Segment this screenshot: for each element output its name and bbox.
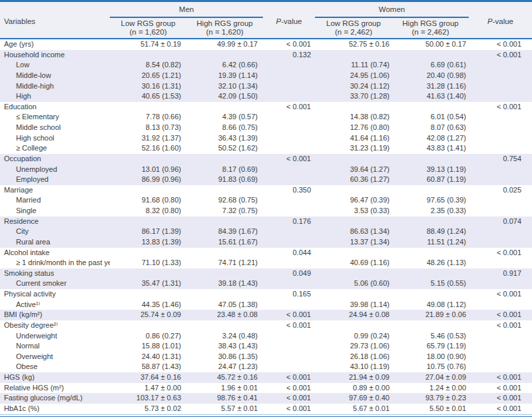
- value-cell: 24.94 ± 0.08: [315, 310, 392, 320]
- value-cell: 93.79 ± 0.23: [392, 393, 469, 404]
- value-cell: 97.65 (0.39): [392, 195, 469, 206]
- value-cell: 0.917: [469, 268, 532, 279]
- value-cell: 71.10 (1.33): [110, 258, 186, 268]
- women-group-label: Women: [379, 5, 405, 13]
- value-cell: [263, 143, 315, 154]
- variable-label: BMI (kg/m²): [0, 310, 110, 320]
- value-cell: 39.13 (1.19): [392, 165, 469, 175]
- value-cell: 6.01 (0.54): [392, 112, 469, 123]
- subgroup-label: High RGS group: [392, 19, 469, 29]
- value-cell: [315, 248, 392, 258]
- value-cell: 51.74 ± 0.19: [110, 39, 186, 50]
- value-cell: 4.39 (0.57): [186, 112, 263, 123]
- value-cell: [392, 50, 469, 61]
- variable-label: Employed: [0, 175, 110, 185]
- value-cell: 96.47 (0.39): [315, 195, 392, 206]
- table-row: ≤ Elementary7.78 (0.66)4.39 (0.57)14.38 …: [0, 112, 532, 123]
- table-row: City86.17 (1.39)84.39 (1.67)86.63 (1.34)…: [0, 226, 532, 237]
- table-row: Current smoker35.47 (1.31)39.18 (1.43)5.…: [0, 278, 532, 289]
- variable-label: Physical activity: [0, 289, 110, 300]
- table-row: Physical activity0.165< 0.001: [0, 289, 532, 300]
- value-cell: [110, 216, 186, 227]
- value-cell: [469, 71, 532, 81]
- value-cell: 0.165: [263, 289, 315, 300]
- variable-label: Fasting glucose (mg/dL): [0, 393, 110, 404]
- value-cell: [263, 341, 315, 352]
- value-cell: [392, 216, 469, 227]
- value-cell: [263, 60, 315, 71]
- table-row: Obesity degree²⁾< 0.001< 0.001: [0, 320, 532, 331]
- value-cell: 24.47 (1.23): [186, 362, 263, 372]
- value-cell: [392, 268, 469, 279]
- value-cell: 0.86 (0.27): [110, 331, 186, 342]
- table-row: Age (yrs)51.74 ± 0.1949.99 ± 0.17< 0.001…: [0, 39, 532, 50]
- variable-label: Obesity degree²⁾: [0, 320, 110, 331]
- table-row: Normal15.88 (1.01)38.43 (1.43)29.73 (1.0…: [0, 341, 532, 352]
- variable-label: Overweight: [0, 352, 110, 362]
- value-cell: 65.79 (1.19): [392, 341, 469, 352]
- value-cell: < 0.001: [469, 393, 532, 404]
- value-cell: 6.42 (0.66): [186, 60, 263, 71]
- column-header-pvalue-men: P-value: [263, 1, 315, 39]
- table-row: Underweight0.86 (0.27)3.24 (0.48)0.99 (0…: [0, 331, 532, 342]
- value-cell: [392, 289, 469, 300]
- value-cell: [469, 226, 532, 237]
- value-cell: < 0.001: [469, 248, 532, 258]
- value-cell: 92.68 (0.75): [186, 195, 263, 206]
- value-cell: 31.28 (1.16): [392, 81, 469, 92]
- value-cell: [469, 278, 532, 289]
- value-cell: 0.754: [469, 154, 532, 165]
- value-cell: [263, 123, 315, 133]
- value-cell: 88.49 (1.24): [392, 226, 469, 237]
- value-cell: [110, 248, 186, 258]
- value-cell: < 0.001: [469, 289, 532, 300]
- value-cell: [263, 300, 315, 310]
- value-cell: < 0.001: [469, 383, 532, 394]
- value-cell: [263, 91, 315, 102]
- table-body: Age (yrs)51.74 ± 0.1949.99 ± 0.17< 0.001…: [0, 39, 532, 414]
- variable-label: ≥ College: [0, 143, 110, 154]
- variable-label: Relative HGS (m²): [0, 383, 110, 394]
- value-cell: [263, 352, 315, 362]
- value-cell: [186, 102, 263, 113]
- value-cell: 13.01 (0.96): [110, 165, 186, 175]
- variable-label: Occupation: [0, 154, 110, 165]
- table-row: HGS (kg)37.64 ± 0.1645.72 ± 0.16< 0.0012…: [0, 372, 532, 383]
- value-cell: [469, 258, 532, 268]
- value-cell: [469, 165, 532, 175]
- men-group-label: Men: [179, 5, 194, 13]
- value-cell: 5.67 ± 0.01: [315, 404, 392, 414]
- value-cell: [110, 320, 186, 331]
- value-cell: 11.11 (0.74): [315, 60, 392, 71]
- value-cell: 23.48 ± 0.08: [186, 310, 263, 320]
- value-cell: 43.83 (1.41): [392, 143, 469, 154]
- value-cell: 48.26 (1.13): [392, 258, 469, 268]
- value-cell: 86.17 (1.39): [110, 226, 186, 237]
- variables-label: Variables: [4, 17, 35, 25]
- subgroup-n: (n = 2,462): [315, 28, 392, 37]
- table-row: ≥ 1 drink/month in the past year71.10 (1…: [0, 258, 532, 268]
- value-cell: [263, 81, 315, 92]
- value-cell: [110, 102, 186, 113]
- variable-label: Residence: [0, 216, 110, 227]
- value-cell: 0.99 (0.24): [315, 331, 392, 342]
- table-row: Married91.68 (0.80)92.68 (0.75)96.47 (0.…: [0, 195, 532, 206]
- value-cell: 86.99 (0.96): [110, 175, 186, 185]
- value-cell: < 0.001: [263, 383, 315, 394]
- value-cell: [263, 195, 315, 206]
- variable-label: High: [0, 91, 110, 102]
- value-cell: [315, 50, 392, 61]
- value-cell: [263, 331, 315, 342]
- value-cell: [469, 133, 532, 144]
- column-header-men-high-rgs: High RGS group (n = 1,620): [186, 17, 263, 39]
- variable-label: Education: [0, 102, 110, 113]
- value-cell: 13.37 (1.34): [315, 237, 392, 248]
- value-cell: < 0.001: [469, 39, 532, 50]
- table-row: Occupation< 0.0010.754: [0, 154, 532, 165]
- value-cell: 50.00 ± 0.17: [392, 39, 469, 50]
- value-cell: 42.09 (1.50): [186, 91, 263, 102]
- value-cell: 12.76 (0.80): [315, 123, 392, 133]
- variable-label: Unemployed: [0, 165, 110, 175]
- table-row: Rural area13.83 (1.39)15.61 (1.67)13.37 …: [0, 237, 532, 248]
- value-cell: 1.24 ± 0.00: [392, 383, 469, 394]
